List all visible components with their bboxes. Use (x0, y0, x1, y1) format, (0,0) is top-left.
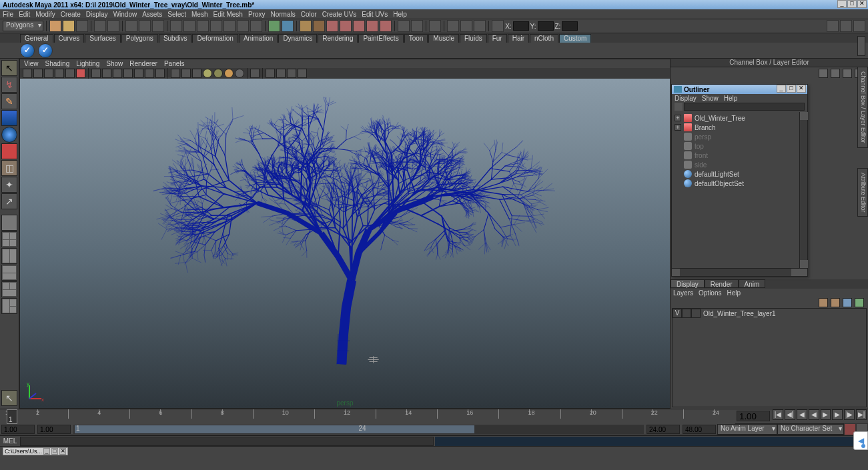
vp-tool-isolate-icon[interactable] (250, 69, 260, 78)
edit-icon[interactable] (831, 69, 840, 78)
single-pane-layout[interactable] (1, 215, 17, 231)
play-backward-button[interactable]: ◀ (809, 409, 819, 420)
layer-tab-display[interactable]: Display (671, 279, 705, 288)
shelf-collapse-handle[interactable] (857, 36, 865, 56)
minimized-maximize-button[interactable]: □ (51, 448, 58, 455)
input-line-2-icon[interactable] (474, 20, 486, 32)
vp-tool-field-chart-icon[interactable] (134, 69, 143, 78)
menu-mesh[interactable]: Mesh (191, 11, 207, 18)
paint-select-tool[interactable]: ✎ (1, 93, 17, 109)
menu-edit-uvs[interactable]: Edit UVs (362, 11, 388, 18)
vp-tool-ssao-icon[interactable] (235, 69, 244, 78)
vp-menu-lighting[interactable]: Lighting (76, 60, 99, 67)
scroll-track[interactable] (680, 269, 791, 276)
vp-tool-xray-joints-icon[interactable] (276, 69, 286, 78)
shelf-tab-custom[interactable]: Custom (559, 34, 591, 43)
shelf-tab-animation[interactable]: Animation (239, 34, 278, 43)
step-forward-button[interactable]: ▶ (832, 409, 843, 420)
step-back-button[interactable]: ◀ (797, 409, 807, 420)
minimized-restore-button[interactable]: _ (43, 448, 50, 455)
universal-manip-tool[interactable]: ◫ (1, 160, 17, 176)
scroll-right-button[interactable] (791, 269, 799, 276)
minimize-button[interactable]: _ (837, 0, 847, 8)
outliner-item-front[interactable]: front (673, 151, 806, 160)
shelf-tab-surfaces[interactable]: Surfaces (85, 34, 120, 43)
outliner-title-bar[interactable]: Outliner _ □ ✕ (672, 85, 807, 94)
outliner-vertical-scrollbar[interactable] (799, 112, 807, 268)
shelf-tab-hair[interactable]: Hair (508, 34, 529, 43)
vp-tool-shaded-icon[interactable] (181, 69, 191, 78)
vp-menu-shading[interactable]: Shading (45, 60, 70, 67)
toggle-attribute-editor-icon[interactable] (827, 20, 839, 32)
move-layer-up-icon[interactable] (819, 298, 828, 307)
minimized-window[interactable]: C:\Users\Us... _ □ ✕ (3, 447, 68, 455)
outliner-window[interactable]: Outliner _ □ ✕ Display Show Help + Old_W… (671, 84, 808, 277)
menu-window[interactable]: Window (113, 11, 137, 18)
render-1-icon[interactable] (340, 20, 352, 32)
time-slider-track[interactable]: 124681012141618202224 1 (0, 409, 735, 424)
outliner-menu-display[interactable]: Display (675, 95, 697, 102)
playback-start-field[interactable] (37, 425, 71, 434)
vp-tool-resolution-gate-icon[interactable] (113, 69, 122, 78)
panel-layout-1-icon[interactable] (398, 20, 410, 32)
soft-mod-tool[interactable]: ✦ (1, 177, 17, 193)
shelf-tab-deformation[interactable]: Deformation (192, 34, 238, 43)
scroll-up-button[interactable] (800, 112, 808, 120)
vp-tool-image-plane-icon[interactable] (55, 69, 64, 78)
outliner-minimize-button[interactable]: _ (777, 85, 786, 93)
animation-start-field[interactable] (1, 425, 35, 434)
two-pane-stack-layout[interactable] (1, 265, 17, 281)
go-to-end-button[interactable]: ▶| (856, 409, 867, 420)
z-field[interactable] (562, 21, 578, 31)
expand-toggle[interactable]: + (675, 124, 681, 131)
menu-set-dropdown[interactable]: Polygons (3, 21, 43, 31)
new-empty-layer-icon[interactable] (843, 298, 852, 307)
shelf-tab-muscle[interactable]: Muscle (428, 34, 459, 43)
outliner-item-top[interactable]: top (673, 141, 806, 151)
outliner-item-side[interactable]: side (673, 160, 806, 169)
vp-tool-shadows-icon[interactable] (213, 69, 223, 78)
layer-menu-help[interactable]: Help (727, 289, 741, 297)
select-tool[interactable]: ↖ (1, 60, 17, 76)
outliner-item-default-object-set[interactable]: defaultObjectSet (673, 179, 806, 188)
outliner-horizontal-scrollbar[interactable] (672, 268, 807, 276)
vp-tool-depth-of-field-icon[interactable] (298, 69, 307, 78)
vp-tool-hq-icon[interactable] (224, 69, 234, 78)
layer-visibility-toggle[interactable]: V (673, 309, 682, 318)
ipr-render-icon[interactable] (313, 20, 325, 32)
vp-tool-film-gate-icon[interactable] (102, 69, 111, 78)
outliner-item-persp[interactable]: persp (673, 132, 806, 141)
shelf-tab-fur[interactable]: Fur (488, 34, 507, 43)
layer-tab-anim[interactable]: Anim (739, 279, 766, 288)
vp-menu-view[interactable]: View (24, 60, 39, 67)
render-current-icon[interactable] (300, 20, 312, 32)
outliner-item-default-light-set[interactable]: defaultLightSet (673, 169, 806, 179)
menu-edit-mesh[interactable]: Edit Mesh (213, 11, 242, 18)
shelf-tab-polygons[interactable]: Polygons (121, 34, 158, 43)
maximize-button[interactable]: □ (847, 0, 857, 8)
menu-select[interactable]: Select (167, 11, 186, 18)
render-2-icon[interactable] (353, 20, 365, 32)
layer-display-type[interactable] (682, 309, 691, 318)
shelf-tab-fluids[interactable]: Fluids (460, 34, 487, 43)
range-slider-track[interactable]: 1 24 (73, 425, 644, 434)
vp-tool-safe-action-icon[interactable] (145, 69, 154, 78)
history-icon[interactable] (268, 20, 280, 32)
three-pane-layout-2[interactable] (1, 298, 17, 314)
object-icon[interactable] (843, 69, 852, 78)
new-scene-icon[interactable] (49, 20, 61, 32)
move-tool[interactable] (1, 110, 17, 126)
snap-toggle-icon[interactable] (237, 20, 249, 32)
viewport-canvas[interactable]: y x persp (20, 79, 670, 408)
current-frame-field[interactable] (737, 411, 770, 421)
panel-layout-2-icon[interactable] (411, 20, 423, 32)
remote-session-handle[interactable]: ◀ (853, 431, 868, 450)
shelf-tab-curves[interactable]: Curves (54, 34, 85, 43)
outliner-tree[interactable]: + Old_Winter_Tree + Branch persp top fro… (672, 112, 807, 268)
toggle-channel-box-icon[interactable] (853, 20, 865, 32)
menu-help[interactable]: Help (393, 11, 407, 18)
expand-toggle[interactable]: + (675, 115, 681, 121)
vp-tool-wireframe-icon[interactable] (171, 69, 180, 78)
range-bar[interactable] (75, 425, 474, 433)
outliner-item-old-winter-tree[interactable]: + Old_Winter_Tree (673, 113, 806, 123)
